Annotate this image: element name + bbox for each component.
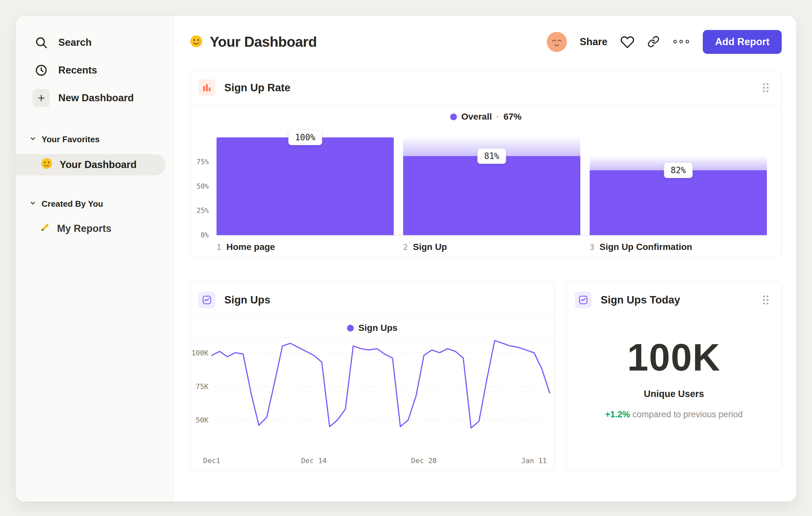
step-name: Sign Up [413,242,447,252]
card-title: Sign Up Rate [224,82,763,94]
sidebar-item-label: Recents [58,64,97,76]
kpi-block: 100K Unique Users +1.2% compared to prev… [567,318,781,419]
heart-icon [620,34,634,50]
funnel-chart[interactable]: Overall · 67% 75%50%25%0% 100%81%82% 1Ho… [190,105,781,258]
funnel-y-tick: 50% [190,183,209,190]
step-name: Home page [226,242,275,252]
sidebar-item-search[interactable]: Search [16,29,173,56]
funnel-y-tick: 75% [190,158,209,166]
plus-icon [33,89,50,107]
funnel-legend: Overall · 67% [190,112,781,122]
kpi-subtitle: Unique Users [567,389,781,399]
svg-text:Dec 28: Dec 28 [411,457,437,465]
chevron-down-icon [29,199,36,209]
legend-value: 67% [503,112,521,122]
kpi-delta: +1.2% [605,410,630,419]
chevron-down-icon [29,134,36,144]
section-created-by-you[interactable]: Created By You [16,194,173,214]
legend-dot [347,325,354,331]
svg-text:50K: 50K [196,416,209,424]
sidebar-item-label: New Dashboard [58,92,134,104]
svg-text:75K: 75K [196,382,209,390]
card-title: Sign Ups Today [601,294,763,306]
drag-handle-icon[interactable] [763,83,768,92]
funnel-bar-2[interactable]: 81% [403,137,580,235]
line-legend: Sign Ups [190,319,555,338]
smiley-icon [41,158,53,172]
funnel-bar-value: 82% [664,163,693,178]
section-label: Created By You [41,199,103,209]
sidebar-item-my-reports[interactable]: My Reports [16,217,173,240]
funnel-step-labels: 1Home page2Sign Up3Sign Up Confirmation [216,242,767,255]
line-chart-icon [199,292,215,308]
sidebar-item-recents[interactable]: Recents [16,56,173,84]
user-avatar[interactable] [547,32,567,52]
sidebar-item-label: Search [58,37,91,48]
drag-handle-icon[interactable] [763,295,768,304]
add-report-button[interactable]: Add Report [703,30,782,54]
dashboard-header: Your Dashboard Share [190,30,782,54]
sidebar-item-new-dashboard[interactable]: New Dashboard [16,84,173,112]
funnel-bar-fill [590,170,767,235]
svg-text:100K: 100K [192,349,209,357]
funnel-bar-value: 81% [477,148,506,164]
section-your-favorites[interactable]: Your Favorites [16,130,173,149]
step-name: Sign Up Confirmation [599,242,692,252]
step-number: 3 [590,243,594,252]
favorite-heart-button[interactable] [620,34,634,50]
svg-text:Dec 14: Dec 14 [301,457,327,465]
sign-ups-card: Sign Ups Sign Ups 100K75K50KDec1Dec 14De… [190,281,555,470]
kpi-value: 100K [567,338,781,376]
page-title: Your Dashboard [210,34,317,50]
clock-icon [33,62,50,79]
sidebar: Search Recents New Dashboard Your Favori… [16,16,174,501]
funnel-y-tick: 25% [190,207,209,214]
funnel-step-label: 3Sign Up Confirmation [590,242,692,252]
smiley-icon [190,35,203,49]
sign-up-rate-card: Sign Up Rate Overall · 67% 75%50%25%0% 1… [190,70,782,258]
funnel-step-label: 2Sign Up [403,242,447,252]
more-options-button[interactable] [672,38,690,46]
funnel-bar-fill [403,156,580,235]
legend-label: Sign Ups [358,323,397,333]
svg-text:Dec1: Dec1 [203,457,221,465]
copy-link-button[interactable] [647,35,660,49]
legend-separator: · [496,112,499,121]
main-content: Your Dashboard Share [174,16,796,501]
funnel-plot: 100%81%82% [216,137,767,236]
sidebar-item-label: Your Dashboard [60,159,137,171]
legend-label: Overall [461,112,492,122]
step-number: 2 [403,243,408,252]
sign-ups-today-card: Sign Ups Today 100K Unique Users +1.2% c… [566,281,782,470]
funnel-step-label: 1Home page [216,242,275,252]
ellipsis-icon [672,38,690,46]
link-icon [647,35,660,49]
line-chart[interactable]: 100K75K50KDec1Dec 14Dec 28Jan 11 [190,338,555,470]
svg-text:Jan 11: Jan 11 [521,457,547,465]
app-window: Search Recents New Dashboard Your Favori… [16,16,796,502]
card-title: Sign Ups [224,294,542,306]
funnel-y-tick: 0% [190,231,209,239]
line-chart-icon [575,292,591,308]
step-number: 1 [216,243,221,252]
funnel-bar-3[interactable]: 82% [590,137,767,235]
kpi-delta-note: compared to previous period [633,410,743,419]
share-button[interactable]: Share [580,36,607,48]
funnel-chart-icon [199,79,215,96]
section-label: Your Favorites [41,134,99,144]
search-icon [33,34,50,51]
legend-dot [450,113,457,120]
pencil-icon [40,222,51,236]
funnel-bar-1[interactable]: 100% [216,137,394,235]
sidebar-item-your-dashboard[interactable]: Your Dashboard [16,154,166,175]
sidebar-item-label: My Reports [57,223,112,235]
funnel-bar-value: 100% [288,130,322,145]
funnel-bar-fill [216,137,394,235]
